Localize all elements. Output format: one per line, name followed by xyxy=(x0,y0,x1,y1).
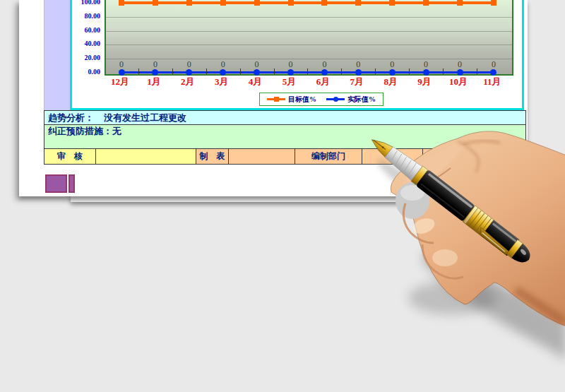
y-tick-label: 100.00 xyxy=(71,0,100,6)
actual-point-marker xyxy=(152,69,158,76)
month-label: 1月 xyxy=(137,76,171,88)
target-series-line xyxy=(121,1,494,4)
chart-plot-area: 000000000000 xyxy=(105,0,513,76)
month-label: 2月 xyxy=(171,76,205,88)
y-tick-label: 60.00 xyxy=(71,26,100,35)
axis-tick xyxy=(240,69,241,74)
footer-cell-tabulator[interactable]: 制 表 xyxy=(196,149,229,164)
data-label: 0 xyxy=(181,59,198,70)
legend-label-target: 目标值% xyxy=(288,96,316,103)
target-point-marker xyxy=(423,0,429,6)
axis-tick xyxy=(307,69,308,74)
actual-point-marker xyxy=(389,69,396,76)
target-point-marker xyxy=(220,0,226,6)
target-point-marker xyxy=(355,0,361,6)
actual-point-marker xyxy=(355,69,362,76)
actual-line-swatch xyxy=(326,98,345,100)
axis-tick xyxy=(206,69,207,74)
data-label: 0 xyxy=(316,59,333,70)
month-label: 11月 xyxy=(475,76,509,88)
footer-cell-review[interactable]: 审 核 xyxy=(44,149,96,164)
axis-tick xyxy=(138,69,139,74)
month-label: 10月 xyxy=(441,76,475,88)
spreadsheet-margin-column xyxy=(44,0,71,110)
actual-marker-icon xyxy=(333,97,338,102)
axis-tick xyxy=(274,69,275,74)
footer-cell-blank[interactable] xyxy=(229,149,295,164)
target-point-marker xyxy=(389,0,395,6)
target-point-marker xyxy=(254,0,260,6)
chart-legend[interactable]: 目标值% 实际值% xyxy=(259,93,383,106)
y-tick-label: 0.00 xyxy=(71,68,100,76)
target-point-marker xyxy=(119,0,124,6)
y-tick-label: 40.00 xyxy=(71,40,100,48)
hand-with-pen-photo xyxy=(339,113,565,392)
purple-rectangle-shape xyxy=(45,174,67,193)
axis-tick xyxy=(409,69,410,74)
corrective-measures-value: 无 xyxy=(112,126,121,136)
y-tick-label: 80.00 xyxy=(71,12,100,20)
gridline xyxy=(106,44,512,45)
data-label: 0 xyxy=(451,59,468,70)
data-label: 0 xyxy=(147,59,164,70)
gridline xyxy=(106,31,512,32)
trend-chart[interactable]: 100.0080.0060.0040.0020.000.00 000000000… xyxy=(70,0,524,110)
month-label: 3月 xyxy=(205,76,239,88)
chart-y-axis: 100.0080.0060.0040.0020.000.00 xyxy=(72,0,102,78)
actual-point-marker xyxy=(457,69,463,76)
actual-point-marker xyxy=(321,69,328,76)
legend-item-target: 目标值% xyxy=(267,96,316,103)
target-marker-icon xyxy=(274,97,279,102)
target-point-marker xyxy=(288,0,294,6)
axis-tick xyxy=(477,69,477,74)
actual-point-marker xyxy=(287,69,294,76)
gridline xyxy=(106,17,512,18)
target-point-marker xyxy=(491,0,496,6)
month-label: 4月 xyxy=(239,76,273,88)
month-label: 5月 xyxy=(273,76,307,88)
data-label: 0 xyxy=(350,59,367,70)
target-point-marker xyxy=(321,0,327,6)
corrective-measures-label: 纠正预防措施： xyxy=(48,126,112,136)
data-label: 0 xyxy=(249,59,266,70)
purple-bar-shape xyxy=(69,174,75,193)
data-label: 0 xyxy=(282,59,299,70)
data-label: 0 xyxy=(417,59,434,70)
axis-tick xyxy=(375,69,376,74)
axis-tick xyxy=(341,69,342,74)
actual-point-marker xyxy=(254,69,260,76)
chart-x-axis: 12月1月2月3月4月5月6月7月8月9月10月11月 xyxy=(105,76,513,88)
month-label: 6月 xyxy=(306,76,340,88)
data-label: 0 xyxy=(113,59,130,70)
actual-point-marker xyxy=(119,69,125,76)
actual-point-marker xyxy=(423,69,429,76)
target-point-marker xyxy=(457,0,463,6)
actual-point-marker xyxy=(186,69,192,76)
legend-item-actual: 实际值% xyxy=(326,96,376,103)
month-label: 8月 xyxy=(374,76,408,88)
axis-tick xyxy=(443,69,444,74)
actual-point-marker xyxy=(220,69,226,76)
data-label: 0 xyxy=(215,59,232,70)
axis-tick xyxy=(172,69,173,74)
data-label: 0 xyxy=(383,59,400,70)
target-line-swatch xyxy=(267,98,285,100)
month-label: 7月 xyxy=(340,76,374,88)
footer-cell-blank[interactable] xyxy=(96,149,196,164)
data-label: 0 xyxy=(485,59,502,70)
actual-point-marker xyxy=(490,69,496,76)
trend-analysis-label: 趋势分析： xyxy=(48,112,94,123)
month-label: 12月 xyxy=(103,76,137,88)
y-tick-label: 20.00 xyxy=(71,54,100,62)
target-point-marker xyxy=(153,0,158,6)
target-point-marker xyxy=(186,0,192,6)
month-label: 9月 xyxy=(408,76,441,88)
legend-label-actual: 实际值% xyxy=(347,96,376,103)
trend-analysis-value: 没有发生过工程更改 xyxy=(104,112,186,123)
